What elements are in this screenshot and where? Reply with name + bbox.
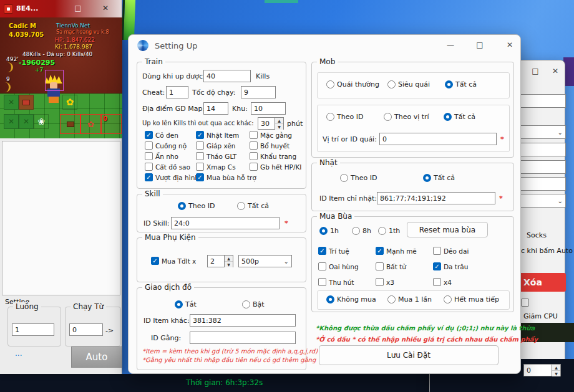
restore-icon[interactable]: □ [71, 4, 85, 12]
map-input[interactable]: 14 [203, 102, 228, 115]
check-khau-trang[interactable]: Khẩu trang [250, 152, 296, 160]
close-icon[interactable]: ✕ [503, 41, 517, 49]
check-thao-glt[interactable]: Tháo GLT [196, 152, 236, 160]
side-spinner[interactable]: 0 ▲▼ [523, 364, 561, 376]
speed-input[interactable]: 9 [241, 86, 276, 98]
cheat-input[interactable]: 1 [166, 86, 188, 98]
checkbox-icon [196, 152, 204, 160]
radio-quai-thuong[interactable]: Quái thường [326, 80, 379, 88]
inventory-tile-x[interactable]: ✕ [4, 95, 19, 110]
radio-gd-tat[interactable]: Tắt [175, 300, 197, 308]
kills-input[interactable]: 40 [203, 70, 251, 82]
drop-grid-cell[interactable]: ✿ [80, 114, 101, 134]
check-nhat-item[interactable]: Nhặt Item [196, 131, 239, 139]
gd-note-1: *Item = kèm theo khi gd (trừ 5 món mặc đ… [142, 348, 318, 355]
maximize-icon[interactable]: □ [528, 67, 542, 75]
radio-skill-theo-id[interactable]: Theo ID [178, 202, 215, 210]
spin-up-icon[interactable]: ▲ [552, 365, 560, 371]
inventory-tile-x[interactable]: ✕ [4, 114, 19, 129]
radio-1h[interactable]: 1h [319, 227, 339, 235]
auto-hint-label: c khi bấm Auto [521, 247, 573, 255]
spin-down-icon[interactable]: ▼ [275, 124, 283, 130]
radio-8h[interactable]: 8h [352, 227, 371, 235]
check-mua-tdit[interactable]: Mua TđIt x [151, 257, 196, 265]
radio-icon [444, 113, 452, 121]
side-checkbox[interactable] [521, 299, 529, 307]
required-mark: * [285, 219, 288, 227]
check-manh-me[interactable]: Mạnh mẽ [376, 247, 417, 255]
auto-button[interactable]: Auto [71, 347, 122, 368]
radio-1th[interactable]: 1th [378, 227, 400, 235]
price-select[interactable]: 500p⌄ [238, 255, 292, 267]
spin-down-icon[interactable]: ▼ [552, 371, 560, 376]
check-co-den[interactable]: Cỏ đen [145, 131, 178, 139]
dots-link[interactable]: ... [15, 349, 22, 358]
close-icon[interactable]: ✕ [548, 67, 562, 75]
id-item-nhat-input[interactable]: 861;77;74;191;192 [377, 192, 495, 204]
legs [49, 97, 59, 103]
drop-grid-cell[interactable] [60, 114, 80, 134]
check-x3[interactable]: x3 [376, 278, 394, 286]
radio-theo-vi-tri[interactable]: Theo vị trí [384, 113, 429, 121]
checkbox-icon [376, 262, 384, 270]
radio-mob-tat-ca[interactable]: Tất cả [445, 80, 477, 88]
check-bo-huyet[interactable]: Bổ huyết [250, 141, 289, 150]
out-minutes-spinner[interactable]: 30 ▲▼ [258, 117, 284, 130]
check-mua-bua-ho-tro[interactable]: Mua bùa hỗ trợ [196, 173, 256, 181]
vi-tri-input[interactable]: 0 [379, 133, 497, 145]
chay-tu-input[interactable]: 0 [69, 323, 103, 336]
check-bat-tu[interactable]: Bất tử [376, 262, 406, 270]
check-xmap-cs[interactable]: Xmap Cs [196, 163, 236, 171]
id-gang-input[interactable] [190, 332, 296, 344]
giam-cpu-label: Giảm CPU [523, 312, 558, 320]
check-deo-dai[interactable]: Dẻo dai [433, 247, 469, 255]
check-x4[interactable]: x4 [433, 278, 452, 286]
check-an-nho[interactable]: Ẩn nho [145, 152, 178, 160]
minimize-icon[interactable]: — [444, 41, 457, 49]
close-icon[interactable]: ✕ [99, 4, 112, 12]
flower-item[interactable]: ❀ [34, 114, 49, 129]
khu-input[interactable]: 10 [251, 102, 286, 115]
radio-het-mua-tiep[interactable]: Hết mua tiếp [444, 295, 499, 304]
save-button[interactable]: Lưu Cài Đặt [319, 345, 499, 365]
spin-down-icon[interactable]: ▼ [225, 262, 233, 267]
radio-nhat-theo-id[interactable]: Theo ID [340, 174, 377, 182]
maximize-icon[interactable]: □ [473, 41, 487, 49]
reset-mua-bua-button[interactable]: Reset mua bùa [407, 222, 488, 237]
check-cuong-no[interactable]: Cuồng nộ [145, 141, 187, 150]
inventory-tile-x[interactable]: ✕ [19, 114, 34, 129]
radio-mua-1-lan[interactable]: Mua 1 lần [387, 295, 432, 304]
spin-up-icon[interactable]: ▲ [225, 256, 233, 262]
radio-icon [175, 300, 183, 308]
spin-up-icon[interactable]: ▲ [275, 118, 283, 124]
check-da-trau[interactable]: Da trâu [433, 262, 468, 270]
game-window-titlebar[interactable]: 8E4... □ ✕ [0, 0, 122, 17]
radio-theo-id[interactable]: Theo ID [326, 113, 363, 121]
check-mac-gang[interactable]: Mặc gằng [250, 131, 292, 139]
check-thu-hut[interactable]: Thu hút [318, 278, 354, 286]
check-tri-tue[interactable]: Trí tuệ [318, 247, 349, 255]
id-skill-input[interactable]: 24:0 [171, 217, 280, 229]
inventory-tile-chest[interactable] [19, 95, 34, 110]
check-cat-do-sao[interactable]: Cất đồ sao [145, 163, 190, 171]
radio-sieu-quai[interactable]: Siêu quái [387, 80, 430, 88]
check-oai-hung[interactable]: Oai hùng [318, 262, 359, 270]
radio-gd-bat[interactable]: Bật [242, 300, 265, 308]
luong-input[interactable]: 1 [12, 323, 54, 336]
game-window: 8E4... □ ✕ Cadic M TiennVo.Net Sa mạc ho… [0, 0, 122, 374]
check-gb-het-hpki[interactable]: Gb hết HP/KI [250, 163, 301, 171]
radio-icon [445, 80, 453, 88]
qty-spinner[interactable]: 2 ▲▼ [207, 255, 233, 267]
game-viewport[interactable]: Cadic M TiennVo.Net Sa mạc hoang vu k:8 … [0, 17, 122, 138]
radio-target-tat-ca[interactable]: Tất cả [444, 113, 475, 121]
checkbox-icon [196, 163, 204, 171]
radio-skill-tat-ca[interactable]: Tất cả [237, 202, 269, 210]
dialog-titlebar[interactable]: Setting Up — □ ✕ [129, 35, 520, 56]
radio-icon [326, 80, 334, 88]
grid-count: 0 [103, 115, 107, 122]
id-item-khac-input[interactable]: 381:382 [190, 314, 296, 327]
radio-khong-mua[interactable]: Không mua [326, 295, 376, 304]
check-giap-xen[interactable]: Giáp xên [196, 141, 236, 150]
radio-nhat-tat-ca[interactable]: Tất cả [423, 174, 455, 182]
check-vuot-dia-hinh[interactable]: Vượt địa hình [145, 173, 199, 181]
